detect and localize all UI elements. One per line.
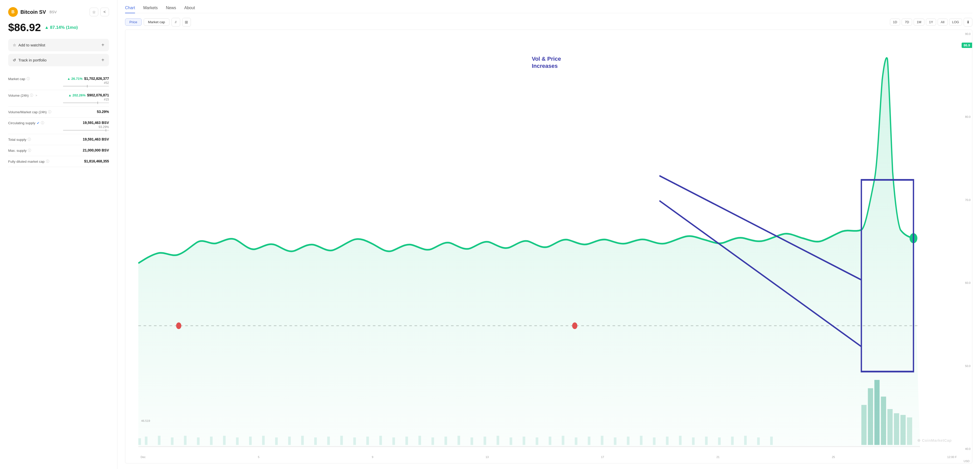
portfolio-label: Track in portfolio (18, 58, 46, 62)
coin-actions: ☆ < (89, 8, 109, 16)
tab-news[interactable]: News (166, 6, 176, 13)
coin-title: B Bitcoin SV BSV (8, 7, 57, 17)
current-price-badge: 86.9 (962, 43, 972, 48)
chart-left-tools: PriceMarket cap//⊞ (125, 18, 191, 27)
price-row: $86.92 ▲ 87.14% (1mo) (8, 21, 109, 34)
stat-rank: #52 (63, 81, 109, 85)
chart-right-tools: 1D7D1M1YAllLOG⬇ (890, 18, 972, 27)
chart-line-icon-button[interactable]: // (172, 18, 180, 27)
stat-label: Max. supply ⓘ (8, 148, 31, 153)
action-buttons: ☆ Add to watchlist + ↺ Track in portfoli… (8, 39, 109, 66)
stat-right: 19,591,463 BSV93.29% (63, 120, 109, 131)
svg-point-59 (176, 322, 181, 329)
plus-icon: + (101, 42, 104, 48)
stat-right: ▲ 202.26%$902,076,871#15 (63, 93, 109, 103)
stat-row: Market cap ⓘ▲ 26.71%$1,702,826,377#52 (8, 73, 109, 90)
chart-candle-icon-button[interactable]: ⊞ (182, 18, 191, 27)
stat-label: Circulating supply ✔ ⓘ (8, 120, 44, 125)
tab-chart[interactable]: Chart (125, 6, 135, 13)
chart-container: 90.0 80.0 70.0 60.0 50.0 40.0 86.9 46.51… (125, 30, 972, 464)
stat-row: Fully diluted market cap ⓘ$1,816,468,355 (8, 156, 109, 167)
progress-bar (63, 102, 109, 103)
coinmarketcap-watermark: ⊕ CoinMarketCap (917, 438, 952, 443)
time-btn-log[interactable]: LOG (949, 19, 962, 25)
stat-right: 19,591,463 BSV (83, 137, 109, 141)
stat-label: Market cap ⓘ (8, 76, 30, 81)
stat-row: Max. supply ⓘ21,000,000 BSV (8, 145, 109, 156)
info-icon[interactable]: ⓘ (48, 110, 51, 114)
stat-change: ▲ 202.26% (68, 93, 86, 97)
chart-type-market_cap-button[interactable]: Market cap (144, 18, 169, 26)
coin-header: B Bitcoin SV BSV ☆ < (8, 7, 109, 17)
tabs: ChartMarketsNewsAbout (125, 6, 972, 13)
watchlist-label: Add to watchlist (18, 43, 45, 47)
stat-value: 19,591,463 BSV (83, 137, 109, 141)
info-icon[interactable]: ⓘ (27, 137, 31, 142)
stat-label: Fully diluted market cap ⓘ (8, 159, 49, 164)
stat-rank: 93.29% (63, 125, 109, 129)
stat-row: Total supply ⓘ19,591,463 BSV (8, 134, 109, 145)
add-to-watchlist-button[interactable]: ☆ Add to watchlist + (8, 39, 109, 51)
star-icon: ☆ (13, 43, 16, 48)
time-btn-all[interactable]: All (938, 19, 947, 25)
stat-right: 53.29% (97, 110, 109, 114)
price-value: $86.92 (8, 21, 41, 34)
time-btn-1y[interactable]: 1Y (926, 19, 936, 25)
coin-symbol: BSV (49, 10, 57, 14)
plus-icon-2: + (101, 57, 104, 63)
stat-row: Volume/Market cap (24h) ⓘ53.29% (8, 106, 109, 117)
chart-toolbar: PriceMarket cap//⊞ 1D7D1M1YAllLOG⬇ (125, 18, 972, 27)
stat-value: 19,591,463 BSV (83, 120, 109, 125)
download-button[interactable]: ⬇ (964, 18, 972, 27)
chart-svg (125, 30, 972, 463)
tab-markets[interactable]: Markets (143, 6, 158, 13)
stat-value: $1,816,468,355 (84, 159, 109, 163)
stat-value: 53.29% (97, 110, 109, 114)
svg-point-60 (572, 322, 577, 329)
share-button[interactable]: < (100, 8, 109, 16)
info-icon[interactable]: ⓘ (28, 148, 31, 153)
time-btn-1m[interactable]: 1M (914, 19, 924, 25)
stat-label: Volume/Market cap (24h) ⓘ (8, 110, 51, 114)
time-btn-1d[interactable]: 1D (890, 19, 900, 25)
stat-change: ▲ 26.71% (67, 77, 83, 81)
info-icon[interactable]: ⓘ (46, 159, 49, 164)
stat-label: Volume (24h) ⓘ> (8, 93, 37, 98)
coin-logo: B (8, 7, 18, 17)
stats-section: Market cap ⓘ▲ 26.71%$1,702,826,377#52 Vo… (8, 73, 109, 167)
chart-type-price-button[interactable]: Price (125, 18, 142, 26)
left-panel: B Bitcoin SV BSV ☆ < $86.92 ▲ 87.14% (1m… (0, 0, 118, 469)
stat-right: $1,816,468,355 (84, 159, 109, 163)
stat-value: 21,000,000 BSV (83, 148, 109, 152)
track-portfolio-button[interactable]: ↺ Track in portfolio + (8, 54, 109, 66)
watchlist-star-button[interactable]: ☆ (89, 8, 98, 16)
progress-bar (63, 130, 109, 131)
price-change: ▲ 87.14% (1mo) (45, 25, 78, 30)
info-icon[interactable]: ⓘ (41, 120, 44, 125)
verified-icon: ✔ (37, 121, 40, 125)
info-icon[interactable]: ⓘ (30, 93, 33, 98)
stat-right: ▲ 26.71%$1,702,826,377#52 (63, 76, 109, 87)
stat-row: Volume (24h) ⓘ>▲ 202.26%$902,076,871#15 (8, 90, 109, 106)
coin-name: Bitcoin SV (21, 9, 46, 15)
stat-value: $902,076,871 (87, 93, 109, 97)
info-icon[interactable]: ⓘ (27, 76, 30, 81)
stat-label: Total supply ⓘ (8, 137, 31, 142)
usd-label: USD (964, 459, 969, 463)
right-panel: ChartMarketsNewsAbout PriceMarket cap//⊞… (118, 0, 980, 469)
stat-row: Circulating supply ✔ ⓘ19,591,463 BSV93.2… (8, 117, 109, 134)
stat-value: $1,702,826,377 (84, 76, 109, 81)
progress-bar (63, 86, 109, 87)
time-btn-7d[interactable]: 7D (902, 19, 912, 25)
portfolio-icon: ↺ (13, 58, 16, 62)
tab-about[interactable]: About (184, 6, 195, 13)
chart-area: 90.0 80.0 70.0 60.0 50.0 40.0 86.9 46.51… (125, 30, 972, 463)
stat-right: 21,000,000 BSV (83, 148, 109, 152)
stat-rank: #15 (63, 98, 109, 101)
